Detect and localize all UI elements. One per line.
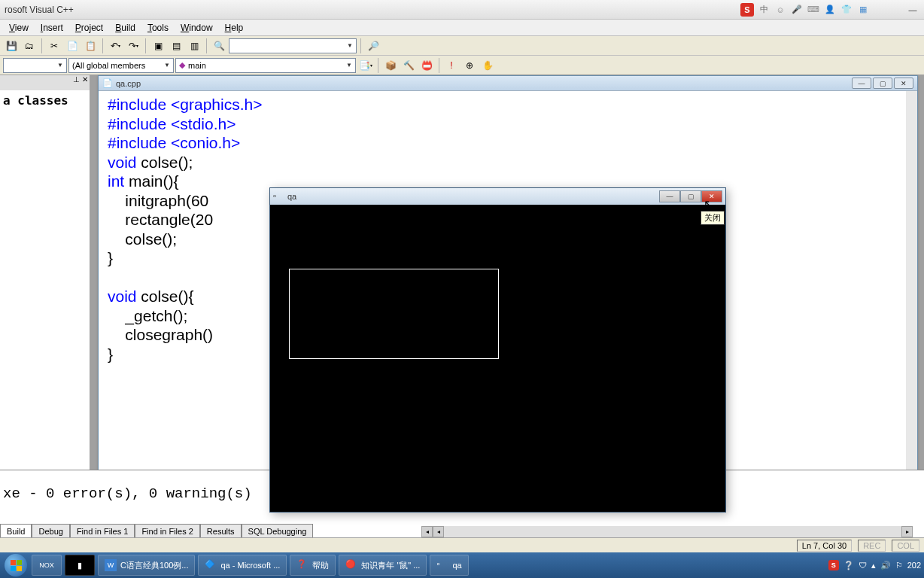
go-icon[interactable]: ! — [443, 57, 460, 74]
class-combo[interactable]: ▼ — [3, 58, 67, 73]
find-icon[interactable]: 🔍 — [211, 38, 227, 54]
task-cmd[interactable]: ▮ — [65, 555, 95, 576]
menu-build[interactable]: Build — [109, 21, 141, 35]
output-tabs: Build Debug Find in Files 1 Find in File… — [0, 524, 313, 537]
title-bar: rosoft Visual C++ S 中 ☺ 🎤 ⌨ 👤 👕 ▦ — — [0, 0, 924, 20]
start-button[interactable] — [3, 555, 29, 576]
cut-icon[interactable]: ✂ — [46, 38, 62, 54]
find-combo[interactable]: ▼ — [229, 38, 357, 53]
status-position: Ln 7, Col 30 — [797, 540, 852, 552]
editor-scrollbar-v[interactable] — [906, 91, 917, 521]
menu-bar: View Insert Project Build Tools Window H… — [0, 20, 924, 36]
menu-project[interactable]: Project — [69, 21, 109, 35]
keyboard-icon[interactable]: ⌨ — [807, 3, 820, 17]
editor-filename: qa.cpp — [116, 79, 141, 88]
task-chrome[interactable]: 🔴知识青年 "鼠" ... — [339, 555, 427, 576]
tab-sql[interactable]: SQL Debugging — [242, 524, 314, 537]
status-col: COL — [892, 540, 919, 552]
menu-window[interactable]: Window — [175, 21, 219, 35]
tray-volume-icon[interactable]: 🔊 — [880, 561, 891, 570]
tab-find2[interactable]: Find in Files 2 — [135, 524, 199, 537]
tray-up-icon[interactable]: ▴ — [871, 561, 876, 570]
output-scrollbar[interactable]: ◂◂▸ — [421, 526, 913, 537]
editor-titlebar[interactable]: 📄 qa.cpp — ▢ ✕ — [99, 76, 917, 91]
scope-combo[interactable]: (All global members▼ — [68, 58, 174, 73]
tray-shield-icon[interactable]: 🛡 — [859, 561, 867, 570]
menu-insert[interactable]: Insert — [35, 21, 69, 35]
tab-find1[interactable]: Find in Files 1 — [70, 524, 135, 537]
grid-icon[interactable]: ▦ — [856, 3, 870, 17]
tray-ime-icon[interactable]: S — [828, 560, 839, 570]
save-icon[interactable]: 💾 — [3, 38, 20, 54]
task-wps[interactable]: WC语言经典100例... — [98, 555, 195, 576]
stop-build-icon[interactable]: 📛 — [418, 57, 435, 74]
status-rec: REC — [858, 540, 886, 552]
toolbar-wizbar: ▼ (All global members▼ ◆main▼ 📑▾ 📦 🔨 📛 !… — [0, 56, 924, 75]
status-bar: Ln 7, Col 30 REC COL — [0, 537, 924, 552]
drawn-rectangle — [289, 269, 499, 359]
tab-debug[interactable]: Debug — [32, 524, 69, 537]
class-tree[interactable]: a classes — [0, 90, 90, 516]
mic-icon[interactable]: 🎤 — [790, 3, 804, 17]
editor-max-icon[interactable]: ▢ — [873, 78, 892, 89]
console-window[interactable]: ▫ qa — ▢ ✕ — [269, 187, 726, 513]
save-all-icon[interactable]: 🗂 — [21, 38, 38, 54]
breakpoint-icon[interactable]: ⊕ — [461, 57, 478, 74]
compile-icon[interactable]: 🔨 — [400, 57, 417, 74]
output-icon[interactable]: ▤ — [168, 38, 184, 54]
undo-icon[interactable]: ↶▾ — [107, 38, 123, 54]
ime-icon[interactable]: S — [740, 3, 754, 17]
file-icon: 📄 — [102, 78, 113, 88]
build-icon[interactable]: 📦 — [382, 57, 399, 74]
task-vc[interactable]: 🔷qa - Microsoft ... — [198, 555, 287, 576]
minimize-icon[interactable]: — — [906, 3, 919, 17]
editor-min-icon[interactable]: — — [852, 78, 871, 89]
task-qa[interactable]: ▫qa — [430, 555, 468, 576]
console-title: qa — [287, 192, 296, 201]
toolbar-main: 💾 🗂 ✂ 📄 📋 ↶▾ ↷▾ ▣ ▤ ▥ 🔍 ▼ 🔎 — [0, 36, 924, 56]
paste-icon[interactable]: 📋 — [82, 38, 99, 54]
emoji-icon[interactable]: ☺ — [774, 3, 787, 17]
menu-view[interactable]: View — [3, 21, 35, 35]
ime-lang[interactable]: 中 — [757, 3, 771, 17]
menu-help[interactable]: Help — [219, 21, 250, 35]
class-view-panel: ⊥ ✕ a classes V... 📄FileView — [0, 75, 90, 533]
console-canvas — [270, 205, 725, 512]
action-icon[interactable]: 📑▾ — [357, 57, 374, 74]
copy-icon[interactable]: 📄 — [64, 38, 81, 54]
panel-header: ⊥ ✕ — [0, 75, 90, 90]
console-app-icon: ▫ — [273, 191, 284, 202]
dialog-icon[interactable]: ▥ — [186, 38, 202, 54]
close-tooltip: 关闭 — [701, 211, 725, 225]
hand-icon[interactable]: ✋ — [479, 57, 496, 74]
workspace-icon[interactable]: ▣ — [150, 38, 166, 54]
console-min-icon[interactable]: — — [659, 190, 680, 202]
tray-help-icon[interactable]: ❔ — [843, 561, 854, 570]
task-nox[interactable]: NOX — [32, 555, 62, 576]
app-title: rosoft Visual C++ — [5, 5, 74, 15]
menu-tools[interactable]: Tools — [141, 21, 175, 35]
panel-close-icon[interactable]: ⊥ ✕ — [73, 75, 88, 90]
tab-build[interactable]: Build — [0, 524, 32, 537]
user-icon[interactable]: 👤 — [823, 3, 837, 17]
mouse-cursor-icon: ↖ — [704, 197, 713, 211]
taskbar: NOX ▮ WC语言经典100例... 🔷qa - Microsoft ... … — [0, 552, 924, 578]
func-combo[interactable]: ◆main▼ — [175, 58, 356, 73]
editor-close-icon[interactable]: ✕ — [894, 78, 913, 89]
system-tray[interactable]: S ❔ 🛡 ▴ 🔊 ⚐ 202 — [828, 560, 921, 570]
redo-icon[interactable]: ↷▾ — [125, 38, 141, 54]
shirt-icon[interactable]: 👕 — [840, 3, 853, 17]
tab-results[interactable]: Results — [200, 524, 242, 537]
search-icon[interactable]: 🔎 — [365, 38, 381, 54]
tray-time[interactable]: 202 — [907, 561, 921, 570]
console-titlebar[interactable]: ▫ qa — ▢ ✕ — [270, 188, 725, 205]
console-max-icon[interactable]: ▢ — [680, 190, 701, 202]
task-help[interactable]: ❓帮助 — [290, 555, 336, 576]
tray-flag-icon[interactable]: ⚐ — [895, 561, 903, 570]
